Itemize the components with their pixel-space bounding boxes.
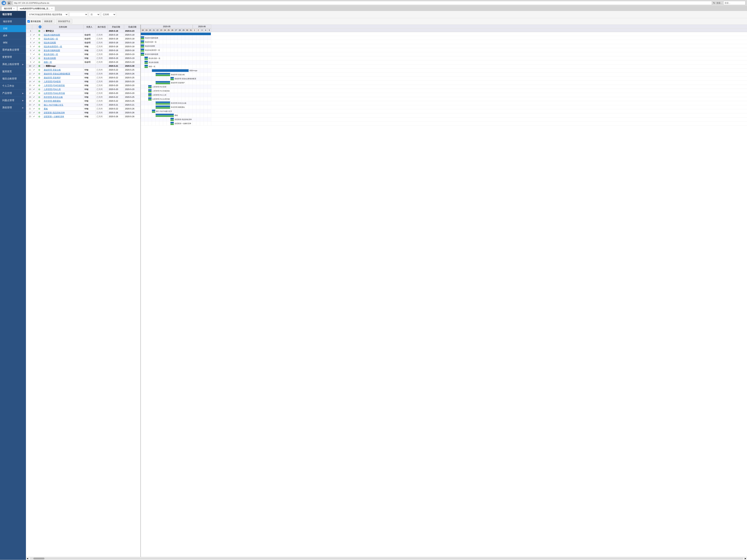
sidebar-item-issue-mgmt[interactable]: 问题点管理 ▶ — [0, 97, 26, 104]
add-cell[interactable]: ⊕ — [37, 41, 43, 45]
add-cell[interactable]: ⊕ — [37, 56, 43, 60]
add-cell[interactable]: ⊕ — [37, 45, 43, 49]
address-bar[interactable] — [12, 1, 712, 5]
task-name-cell[interactable]: 库存管理-期限通知 — [43, 99, 83, 103]
task-link[interactable]: 现业务改善需求一览 — [44, 45, 62, 48]
empty-select[interactable] — [69, 12, 88, 17]
add-cell[interactable]: ⊕ — [37, 103, 43, 107]
task-name-cell[interactable]: 接口-与GTIS接口交互 — [43, 103, 83, 107]
task-link[interactable]: 基础管理-货架&品番规则配置 — [44, 73, 70, 75]
add-top-node-btn[interactable]: 添加顶层节点 — [56, 19, 72, 24]
period-select[interactable]: 日 — [89, 12, 100, 17]
add-cell[interactable]: ⊕ — [37, 111, 43, 115]
add-cell[interactable]: ⊕ — [37, 64, 43, 68]
task-name-cell[interactable]: 画面一览 — [43, 60, 83, 64]
task-link[interactable]: 新业务流程图 — [44, 57, 56, 59]
sidebar-item-schedule[interactable]: 日程 — [0, 25, 26, 32]
task-name-cell[interactable]: 看板 — [43, 107, 83, 111]
task-link[interactable]: 入库管理-PDA登录 — [44, 80, 61, 83]
task-link[interactable]: 进度更新一次解析清单 — [44, 115, 64, 117]
task-link[interactable]: 出库管理-PDA出库扫描 — [44, 92, 65, 94]
task-link[interactable]: 入库管理-PDA扫描货架 — [44, 84, 65, 86]
task-name-cell[interactable]: 入库管理-PDA入库 — [43, 87, 83, 91]
task-name-cell[interactable]: 新业务流程图 — [43, 56, 83, 60]
task-name-cell[interactable]: 进度更新一次解析清单 — [43, 115, 83, 118]
tab-close-icon[interactable]: ✕ — [13, 7, 15, 10]
refresh-icon[interactable]: ↻ — [713, 1, 715, 4]
task-link[interactable]: 基础管理-货架台账 — [44, 69, 61, 71]
add-cell[interactable]: ⊕ — [37, 33, 43, 37]
sidebar-item-system[interactable]: 体制 — [0, 39, 26, 46]
task-name-cell[interactable]: 现业务功能构造图 — [43, 33, 83, 37]
add-cell[interactable]: ⊕ — [37, 29, 43, 33]
task-name-cell[interactable]: 基础管理-货架维护 — [43, 76, 83, 80]
back-button[interactable]: ◀ — [1, 1, 6, 5]
sidebar-item-change-mgmt[interactable]: 变更管理 — [0, 54, 26, 61]
task-name-cell[interactable]: 新业务流程一览 — [43, 52, 83, 56]
add-cell[interactable]: ⊕ — [37, 87, 43, 91]
task-name-cell[interactable]: 基础管理-货架&品番规则配置 — [43, 72, 83, 76]
task-name-cell[interactable]: 现业务流程图 — [43, 41, 83, 45]
add-cell[interactable]: ⊕ — [37, 37, 43, 41]
task-name-cell[interactable]: 新业务功能构造图 — [43, 49, 83, 52]
task-link[interactable]: 新业务流程一览 — [44, 53, 58, 55]
sidebar-item-workbench[interactable]: 个人工作台 — [0, 82, 26, 90]
sidebar-item-home[interactable]: 返回首页 — [0, 68, 26, 75]
task-link[interactable]: 库存管理-库存总台账 — [44, 96, 63, 98]
sidebar-item-product-mgmt[interactable]: 产品管理 ▶ — [0, 90, 26, 97]
add-cell[interactable]: ⊕ — [37, 80, 43, 83]
task-link[interactable]: 新业务功能构造图 — [44, 49, 60, 52]
add-cell[interactable]: ⊕ — [37, 115, 43, 118]
sidebar-item-cost[interactable]: 成本 — [0, 32, 26, 39]
status-select[interactable]: 已关闭 — [101, 12, 116, 17]
add-cell[interactable]: ⊕ — [37, 52, 43, 56]
task-link[interactable]: 现业务流程一览 — [44, 37, 58, 40]
add-cell[interactable]: ⊕ — [37, 83, 43, 87]
task-name-cell[interactable]: 入库管理-PDA扫描货架 — [43, 83, 83, 87]
task-name-cell[interactable]: 库存管理-库存总台账 — [43, 95, 83, 99]
task-link[interactable]: 接口-与GTIS接口交互 — [44, 104, 63, 106]
add-cell[interactable]: ⊕ — [37, 72, 43, 76]
add-cell[interactable]: ⊕ — [37, 99, 43, 103]
scroll-left-btn[interactable]: ◀ — [26, 557, 29, 559]
add-cell[interactable]: ⊕ — [37, 60, 43, 64]
search-input[interactable] — [723, 1, 746, 5]
task-link[interactable]: 画面一览 — [44, 61, 52, 63]
task-link[interactable]: 库存管理-期限通知 — [44, 100, 61, 102]
add-cell[interactable]: ⊕ — [37, 68, 43, 72]
task-name-cell[interactable]: 出库管理-PDA出库扫描 — [43, 91, 83, 95]
add-cell[interactable]: ⊕ — [37, 91, 43, 95]
task-name-cell[interactable]: 基础管理-货架台账 — [43, 68, 83, 72]
add-cell[interactable]: ⊕ — [37, 107, 43, 111]
expand-icon[interactable]: □ — [44, 30, 45, 32]
refresh-btn[interactable]: 刷新进度 — [42, 19, 54, 24]
sidebar-item-requirements[interactable]: 需求改善点管理 — [0, 46, 26, 54]
task-link[interactable]: 进度更新-现品回收清单 — [44, 111, 65, 114]
sidebar-item-sys-mgmt[interactable]: 系统管理 ▶ — [0, 104, 26, 111]
add-cell[interactable]: ⊕ — [37, 95, 43, 99]
forward-button[interactable]: ▶ — [7, 1, 11, 5]
task-link[interactable]: 入库管理-PDA入库 — [44, 88, 61, 90]
task-link[interactable]: 基础管理-货架维护 — [44, 77, 61, 79]
sidebar-item-project-mgmt[interactable]: 项目管理 — [0, 18, 26, 25]
project-select[interactable]: GTMC市场品质管理系统-现品管理改 — [27, 12, 68, 17]
add-cell[interactable]: ⊕ — [37, 76, 43, 80]
tab-close-icon[interactable]: ✕ — [51, 7, 53, 10]
sidebar-item-point-inspection[interactable]: 项目点检管理 — [0, 75, 26, 82]
sidebar-item-post-launch[interactable]: 系统上线后管理 ▶ — [0, 61, 26, 68]
task-name-cell[interactable]: 进度更新-现品回收清单 — [43, 111, 83, 115]
tab-project-management[interactable]: 项目管理 ✕ — [1, 6, 17, 11]
add-cell[interactable]: ⊕ — [37, 49, 43, 52]
expand-icon[interactable]: □ — [44, 65, 45, 67]
tab-erp[interactable]: erp电商管理平台有哪些功能_百... ✕ — [18, 6, 55, 11]
task-link[interactable]: 现业务流程图 — [44, 42, 56, 44]
scroll-bar-thumb[interactable] — [33, 558, 45, 559]
task-name-cell[interactable]: 现业务流程一览 — [43, 37, 83, 41]
show-delay-checkbox[interactable] — [27, 20, 30, 23]
scroll-right-btn[interactable]: ▶ — [744, 557, 747, 559]
task-link[interactable]: 看板 — [44, 108, 48, 110]
task-name-cell[interactable]: 入库管理-PDA登录 — [43, 80, 83, 83]
show-delay-label[interactable]: 显示延迟线 — [27, 20, 41, 23]
task-name-cell[interactable]: 现业务改善需求一览 — [43, 45, 83, 49]
task-link[interactable]: 现业务功能构造图 — [44, 34, 60, 36]
